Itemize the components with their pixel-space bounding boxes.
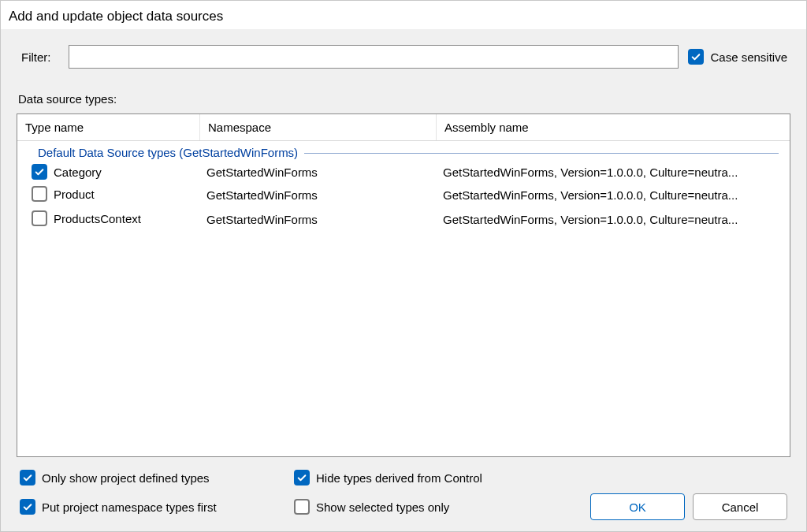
row-type-name: Product <box>54 188 95 201</box>
group-header-text: Default Data Source types (GetStartedWin… <box>38 146 298 159</box>
filter-input[interactable] <box>69 45 679 69</box>
row-checkbox[interactable] <box>32 186 47 202</box>
opt-only-project-types-checkbox[interactable] <box>20 470 35 485</box>
dialog-add-update-data-sources: Add and update object data sources Filte… <box>0 0 807 532</box>
types-section-label: Data source types: <box>17 92 790 106</box>
dialog-body: Filter: Case sensitive Data source types… <box>1 29 806 531</box>
check-icon <box>34 166 45 177</box>
row-namespace: GetStartedWinForms <box>206 188 443 202</box>
case-sensitive-label: Case sensitive <box>710 50 787 64</box>
case-sensitive-checkbox[interactable] <box>688 49 704 65</box>
filter-label: Filter: <box>21 50 59 64</box>
filter-row: Filter: Case sensitive <box>17 42 790 76</box>
table-row[interactable]: CategoryGetStartedWinFormsGetStartedWinF… <box>24 161 783 183</box>
row-checkbox[interactable] <box>32 210 47 226</box>
check-icon <box>690 51 701 62</box>
opt-hide-derived-control-checkbox[interactable] <box>294 470 310 485</box>
cancel-button[interactable]: Cancel <box>693 493 787 520</box>
row-type-name: Category <box>54 166 102 179</box>
opt-show-selected-only[interactable]: Show selected types only <box>294 499 560 515</box>
col-namespace[interactable]: Namespace <box>200 114 437 140</box>
check-icon <box>22 472 33 483</box>
ok-button[interactable]: OK <box>590 493 685 520</box>
opt-only-project-types[interactable]: Only show project defined types <box>20 470 288 485</box>
grid-body: Default Data Source types (GetStartedWin… <box>17 141 790 456</box>
types-grid: Type name Namespace Assembly name Defaul… <box>17 113 790 457</box>
dialog-button-row: OK Cancel <box>567 493 787 520</box>
grid-header: Type name Namespace Assembly name <box>17 114 790 141</box>
case-sensitive-option[interactable]: Case sensitive <box>688 49 787 65</box>
row-type-name: ProductsContext <box>54 212 141 225</box>
check-icon <box>296 472 307 483</box>
row-assembly: GetStartedWinForms, Version=1.0.0.0, Cul… <box>443 213 783 226</box>
opt-project-ns-first-checkbox[interactable] <box>20 499 35 515</box>
table-row[interactable]: ProductsContextGetStartedWinFormsGetStar… <box>24 207 783 232</box>
group-divider <box>304 153 779 154</box>
col-type-name[interactable]: Type name <box>17 114 200 140</box>
opt-show-selected-only-checkbox[interactable] <box>294 499 310 515</box>
row-assembly: GetStartedWinForms, Version=1.0.0.0, Cul… <box>443 188 783 202</box>
check-icon <box>22 501 33 512</box>
row-checkbox[interactable] <box>32 164 47 180</box>
bottom-options: Only show project defined types Hide typ… <box>17 465 790 522</box>
table-row[interactable]: ProductGetStartedWinFormsGetStartedWinFo… <box>24 183 783 207</box>
group-header-row[interactable]: Default Data Source types (GetStartedWin… <box>24 144 783 161</box>
col-assembly-name[interactable]: Assembly name <box>437 114 790 140</box>
opt-hide-derived-control[interactable]: Hide types derived from Control <box>294 470 560 485</box>
opt-project-ns-first[interactable]: Put project namespace types first <box>20 499 288 515</box>
opt-project-ns-first-label: Put project namespace types first <box>42 500 217 514</box>
dialog-title: Add and update object data sources <box>1 1 806 29</box>
opt-show-selected-only-label: Show selected types only <box>316 500 449 514</box>
opt-hide-derived-control-label: Hide types derived from Control <box>316 471 482 485</box>
opt-only-project-types-label: Only show project defined types <box>42 471 210 485</box>
row-assembly: GetStartedWinForms, Version=1.0.0.0, Cul… <box>443 166 783 179</box>
row-namespace: GetStartedWinForms <box>206 166 443 179</box>
row-namespace: GetStartedWinForms <box>206 213 443 226</box>
